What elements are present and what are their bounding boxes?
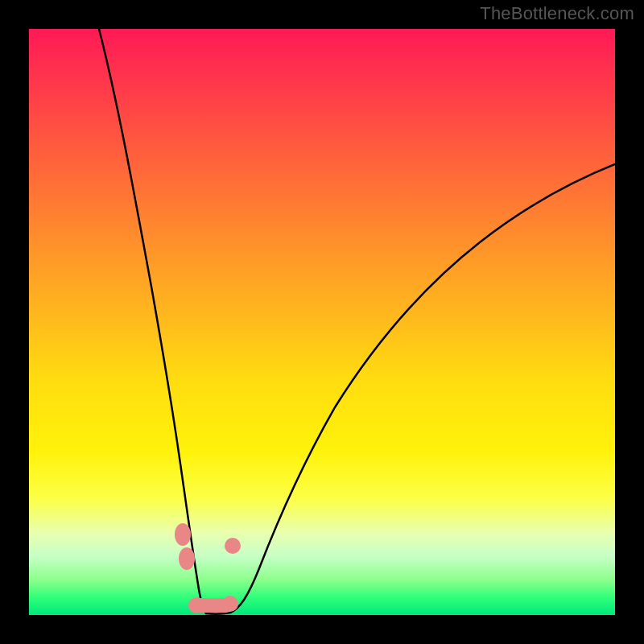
marker-cluster	[175, 523, 241, 613]
curve-left-branch	[99, 29, 206, 613]
watermark-text: TheBottleneck.com	[480, 3, 634, 24]
plot-area	[29, 29, 615, 615]
marker-right-dot	[225, 538, 241, 554]
marker-floor-right-cap	[222, 596, 238, 612]
plot-svg	[29, 29, 615, 615]
chart-frame: TheBottleneck.com	[0, 0, 644, 644]
marker-left-upper	[175, 523, 191, 546]
curve-right-branch	[206, 164, 615, 614]
marker-left-lower	[179, 547, 195, 570]
marker-floor-left-cap	[188, 597, 204, 613]
